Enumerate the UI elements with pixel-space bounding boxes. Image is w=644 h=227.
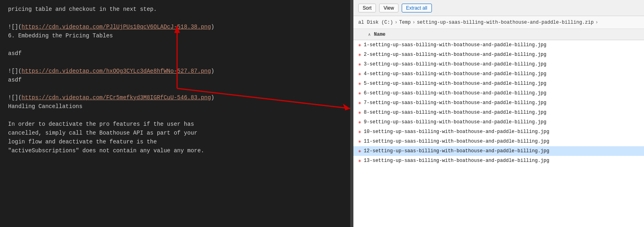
file-name-label: 7-setting-up-saas-billing-with-boathouse… <box>364 100 547 106</box>
code-line: login flow and deactivate the feature is… <box>8 137 342 146</box>
code-editor: pricing table and checkout in the next s… <box>0 0 350 227</box>
file-name-label: 1-setting-up-saas-billing-with-boathouse… <box>364 42 547 48</box>
file-name-label: 8-setting-up-saas-billing-with-boathouse… <box>364 110 547 115</box>
breadcrumb-part-disk: al Disk (C:) <box>358 20 393 25</box>
file-icon: ✳ <box>358 51 361 58</box>
file-name-label: 4-setting-up-saas-billing-with-boathouse… <box>364 71 547 77</box>
breadcrumb: al Disk (C:) › Temp › setting-up-saas-bi… <box>353 16 644 29</box>
file-name-label: 9-setting-up-saas-billing-with-boathouse… <box>364 119 547 125</box>
file-name-label: 13-setting-up-saas-billing-with-boathous… <box>364 158 549 164</box>
code-line: asdf <box>8 49 342 58</box>
list-item[interactable]: ✳1-setting-up-saas-billing-with-boathous… <box>353 40 644 50</box>
file-icon: ✳ <box>358 61 361 67</box>
list-item[interactable]: ✳6-setting-up-saas-billing-with-boathous… <box>353 88 644 98</box>
list-item[interactable]: ✳12-setting-up-saas-billing-with-boathou… <box>353 146 644 156</box>
file-icon: ✳ <box>358 109 361 116</box>
code-line <box>8 58 342 67</box>
breadcrumb-part-zip: setting-up-saas-billing-with-boathouse-a… <box>417 20 594 25</box>
image-suffix: ) <box>211 68 214 74</box>
panel-divider <box>350 0 353 227</box>
sort-button[interactable]: Sort <box>358 4 376 12</box>
code-line <box>8 40 342 49</box>
list-item[interactable]: ✳9-setting-up-saas-billing-with-boathous… <box>353 117 644 127</box>
list-item[interactable]: ✳8-setting-up-saas-billing-with-boathous… <box>353 108 644 117</box>
file-name-label: 3-setting-up-saas-billing-with-boathouse… <box>364 61 547 67</box>
breadcrumb-sep-1: › <box>394 20 397 25</box>
code-line <box>8 84 342 93</box>
list-item[interactable]: ✳5-setting-up-saas-billing-with-boathous… <box>353 79 644 88</box>
image-url: https://cdn.videotap.com/hxOOg3CYLc3dAe8… <box>22 68 211 74</box>
file-icon: ✳ <box>358 138 361 145</box>
code-line: cancelled, simply call the Boathouse API… <box>8 129 342 137</box>
code-line: ![](https://cdn.videotap.com/FCr5mefkyd3… <box>8 93 342 102</box>
list-item[interactable]: ✳10-setting-up-saas-billing-with-boathou… <box>353 127 644 137</box>
file-name-label: 2-setting-up-saas-billing-with-boathouse… <box>364 52 547 57</box>
code-line: In order to deactivate the pro features … <box>8 120 342 129</box>
file-name-label: 10-setting-up-saas-billing-with-boathous… <box>364 129 549 135</box>
svg-marker-3 <box>343 104 350 110</box>
file-name-label: 6-setting-up-saas-billing-with-boathouse… <box>364 90 547 96</box>
file-icon: ✳ <box>358 71 361 77</box>
list-item[interactable]: ✳7-setting-up-saas-billing-with-boathous… <box>353 98 644 108</box>
column-header: ∧ Name <box>353 29 644 40</box>
list-item[interactable]: ✳13-setting-up-saas-billing-with-boathou… <box>353 156 644 166</box>
file-icon: ✳ <box>358 157 361 164</box>
extract-all-button[interactable]: Extract all <box>402 4 432 12</box>
code-line: "activeSubscriptions" does not contain a… <box>8 146 342 155</box>
file-icon: ✳ <box>358 80 361 87</box>
image-suffix: ) <box>211 94 214 101</box>
list-item[interactable]: ✳11-setting-up-saas-billing-with-boathou… <box>353 137 644 146</box>
image-prefix: ![]( <box>8 68 22 74</box>
breadcrumb-sep-3: › <box>595 20 598 25</box>
image-url: https://cdn.videotap.com/FCr5mefkyd3M8IG… <box>22 94 211 101</box>
name-column-label: Name <box>374 32 386 37</box>
file-name-label: 12-setting-up-saas-billing-with-boathous… <box>364 148 549 154</box>
image-url: https://cdn.videotap.com/PJlUjPUs10qcV6O… <box>22 24 211 30</box>
collapse-button[interactable]: ∧ <box>368 32 371 37</box>
code-line: ![](https://cdn.videotap.com/hxOOg3CYLc3… <box>8 67 342 76</box>
code-line <box>8 111 342 120</box>
file-explorer: Sort View Extract all al Disk (C:) › Tem… <box>353 0 644 227</box>
file-icon: ✳ <box>358 42 361 48</box>
breadcrumb-sep-2: › <box>412 20 415 25</box>
file-name-label: 11-setting-up-saas-billing-with-boathous… <box>364 139 549 144</box>
code-line: Handling Cancellations <box>8 102 342 111</box>
list-item[interactable]: ✳3-setting-up-saas-billing-with-boathous… <box>353 59 644 69</box>
file-icon: ✳ <box>358 129 361 135</box>
file-list[interactable]: ✳1-setting-up-saas-billing-with-boathous… <box>353 40 644 227</box>
image-suffix: ) <box>211 24 214 30</box>
code-line: 6. Embedding the Pricing Tables <box>8 31 342 40</box>
view-button[interactable]: View <box>379 4 398 12</box>
file-icon: ✳ <box>358 119 361 125</box>
file-icon: ✳ <box>358 90 361 96</box>
file-name-label: 5-setting-up-saas-billing-with-boathouse… <box>364 81 547 86</box>
file-icon: ✳ <box>358 100 361 106</box>
code-line: pricing table and checkout in the next s… <box>8 5 342 14</box>
list-item[interactable]: ✳2-setting-up-saas-billing-with-boathous… <box>353 50 644 59</box>
code-line <box>8 14 342 22</box>
explorer-toolbar: Sort View Extract all <box>353 0 644 16</box>
image-prefix: ![]( <box>8 24 22 30</box>
code-content: pricing table and checkout in the next s… <box>8 5 342 155</box>
code-line: asdf <box>8 76 342 84</box>
breadcrumb-part-temp: Temp <box>399 20 411 25</box>
image-prefix: ![]( <box>8 94 22 101</box>
list-item[interactable]: ✳4-setting-up-saas-billing-with-boathous… <box>353 69 644 79</box>
file-icon: ✳ <box>358 148 361 154</box>
code-line: ![](https://cdn.videotap.com/PJlUjPUs10q… <box>8 22 342 31</box>
